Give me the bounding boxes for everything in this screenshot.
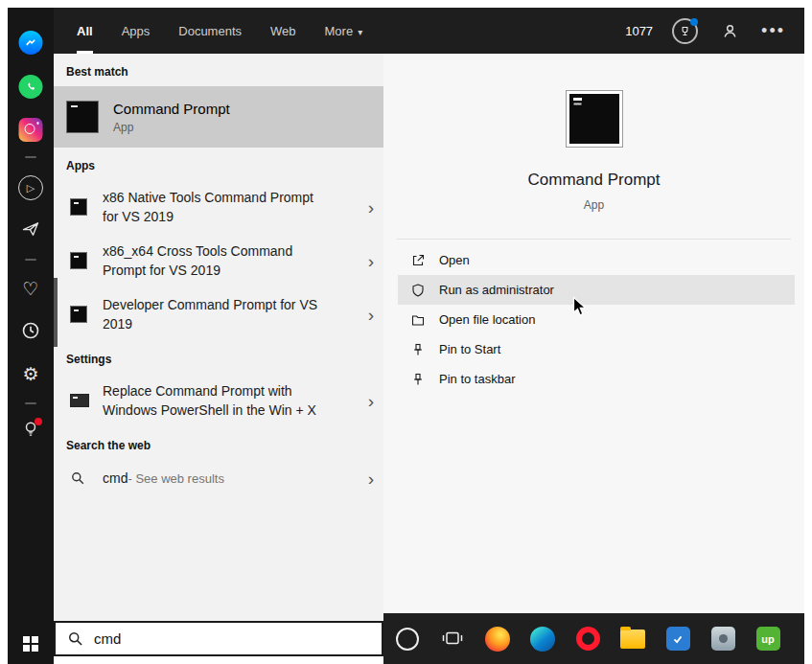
file-explorer-icon[interactable] — [620, 627, 645, 652]
instagram-icon[interactable] — [19, 118, 43, 142]
command-prompt-icon — [66, 101, 99, 133]
check-app-icon[interactable] — [665, 627, 690, 652]
cortana-icon[interactable] — [395, 627, 420, 652]
rewards-icon[interactable] — [672, 18, 698, 44]
result-item[interactable]: Replace Command Prompt with Windows Powe… — [54, 374, 383, 427]
pin-icon — [410, 342, 426, 357]
result-title: x86 Native Tools Command Prompt for VS 2… — [103, 188, 325, 226]
clock-icon[interactable] — [21, 321, 40, 340]
notification-badge — [35, 418, 42, 425]
result-title: x86_x64 Cross Tools Command Prompt for V… — [103, 241, 325, 280]
search-icon — [70, 470, 89, 486]
tab-apps-label: Apps — [122, 24, 151, 38]
result-item[interactable]: x86 Native Tools Command Prompt for VS 2… — [54, 180, 383, 234]
web-query: cmd — [103, 469, 128, 488]
action-label: Open file location — [439, 312, 535, 327]
search-results-panel: Best match Command Prompt App Apps x86 N… — [54, 54, 383, 621]
feedback-headset-icon[interactable] — [717, 18, 742, 43]
action-label: Open — [439, 253, 470, 267]
console-settings-icon — [70, 394, 89, 407]
camera-dot-glyph — [36, 122, 39, 125]
lightning-glyph — [24, 35, 38, 50]
tab-documents-label: Documents — [178, 24, 242, 38]
action-label: Run as administrator — [439, 283, 554, 297]
preview-type: App — [383, 198, 804, 212]
terminal-icon — [70, 306, 89, 323]
shield-icon — [410, 283, 426, 298]
chevron-right-icon — [368, 306, 374, 324]
chevron-right-icon — [368, 392, 374, 410]
lightbulb-icon[interactable] — [22, 421, 39, 438]
action-open[interactable]: Open — [398, 245, 795, 275]
command-prompt-large-icon — [566, 90, 623, 148]
tab-more[interactable]: More — [325, 8, 363, 54]
folder-icon — [410, 312, 426, 328]
tab-web-label: Web — [270, 24, 296, 38]
heart-icon[interactable] — [22, 278, 38, 300]
best-match-text: Command Prompt App — [113, 101, 230, 134]
result-item[interactable]: x86_x64 Cross Tools Command Prompt for V… — [54, 234, 383, 287]
filter-tabs: All Apps Documents Web More — [54, 8, 362, 54]
divider — [397, 239, 791, 240]
task-view-icon[interactable] — [440, 627, 465, 652]
chevron-right-icon — [368, 252, 374, 270]
preview-title: Command Prompt — [383, 171, 804, 190]
apps-section-label: Apps — [54, 148, 383, 180]
best-match-label: Best match — [54, 54, 383, 86]
search-input[interactable] — [94, 630, 343, 647]
firefox-icon[interactable] — [485, 627, 510, 652]
gear-icon[interactable] — [22, 363, 38, 385]
tab-all-label: All — [77, 24, 93, 38]
left-app-sidebar — [8, 8, 54, 664]
search-icon — [67, 630, 83, 647]
tab-more-label: More — [325, 24, 354, 38]
play-circle-icon[interactable] — [18, 175, 43, 200]
start-button[interactable] — [8, 623, 54, 664]
action-run-as-administrator[interactable]: Run as administrator — [398, 275, 795, 305]
tab-all[interactable]: All — [77, 8, 93, 54]
chevron-right-icon — [368, 198, 374, 217]
uipath-label: up — [756, 627, 780, 651]
phone-glyph — [24, 80, 37, 94]
open-icon — [410, 253, 426, 268]
best-match-title: Command Prompt — [113, 101, 230, 117]
send-plane-icon[interactable] — [21, 219, 40, 239]
terminal-icon — [70, 198, 89, 216]
results-scrollbar-thumb[interactable] — [54, 278, 58, 347]
best-match-type: App — [113, 121, 230, 134]
taskbar-search-box[interactable] — [54, 621, 383, 656]
result-preview-panel: Command Prompt App Open Run as administr… — [383, 54, 804, 613]
search-web-section-label: Search the web — [54, 427, 383, 460]
sidebar-divider — [25, 156, 36, 158]
edge-icon[interactable] — [530, 627, 555, 652]
tab-apps[interactable]: Apps — [122, 8, 151, 54]
action-pin-to-taskbar[interactable]: Pin to taskbar — [398, 364, 795, 394]
more-options-icon[interactable] — [761, 21, 785, 41]
whatsapp-icon[interactable] — [19, 75, 43, 99]
misc-app-icon[interactable] — [710, 627, 735, 652]
best-match-result[interactable]: Command Prompt App — [54, 86, 383, 148]
web-search-result[interactable]: cmd - See web results — [54, 460, 383, 496]
result-item[interactable]: Developer Command Prompt for VS 2019 — [54, 287, 383, 341]
terminal-icon — [70, 252, 89, 269]
action-pin-to-start[interactable]: Pin to Start — [398, 334, 795, 364]
result-title: Developer Command Prompt for VS 2019 — [103, 295, 325, 333]
taskbar: up — [383, 613, 804, 664]
messenger-icon[interactable] — [19, 31, 43, 55]
header-right-cluster: 1077 — [625, 8, 804, 54]
uipath-icon[interactable]: up — [755, 627, 780, 652]
notification-badge — [690, 18, 698, 26]
opera-icon[interactable] — [575, 627, 600, 652]
action-open-file-location[interactable]: Open file location — [398, 305, 795, 334]
sidebar-divider — [25, 259, 36, 261]
settings-section-label: Settings — [54, 341, 383, 374]
tab-web[interactable]: Web — [270, 8, 296, 54]
pin-icon — [410, 372, 426, 387]
sidebar-divider — [25, 402, 36, 404]
windows-logo-icon — [23, 636, 38, 652]
result-title: Replace Command Prompt with Windows Powe… — [103, 381, 325, 420]
tab-documents[interactable]: Documents — [178, 8, 242, 54]
search-header: All Apps Documents Web More 1077 — [54, 8, 804, 54]
chevron-right-icon — [368, 469, 374, 488]
action-label: Pin to taskbar — [439, 372, 516, 386]
